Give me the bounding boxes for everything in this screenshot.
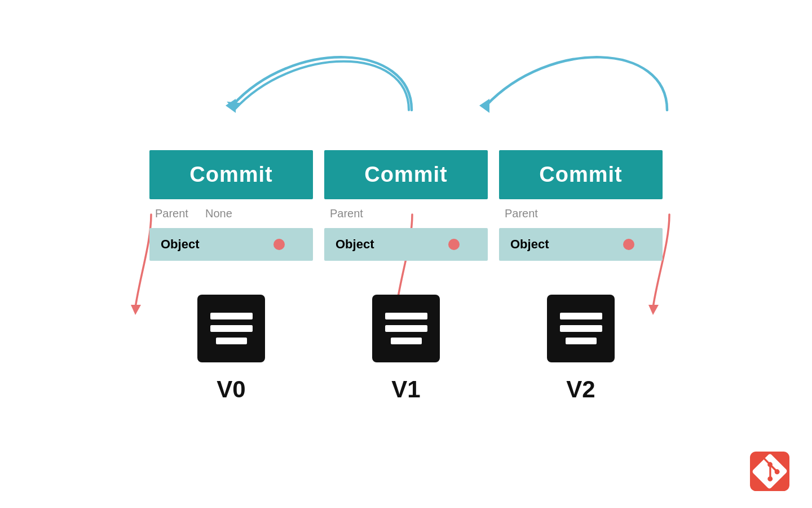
commit-column-v0: Commit Parent None Object V0 [144,150,319,403]
parent-key-v0: Parent [155,207,188,220]
commit-column-v1: Commit Parent Object V1 [319,150,493,403]
file-line-3-v1 [391,338,422,344]
file-icon-v1 [372,295,440,362]
version-label-v1: V1 [391,376,420,403]
file-line-1-v0 [210,313,253,319]
file-line-3-v2 [566,338,597,344]
commit-box-v2: Commit [499,150,663,199]
parent-row-v1: Parent [330,207,363,220]
object-label-v1: Object [336,237,374,252]
parent-value-v0: None [205,207,232,220]
file-line-2-v1 [385,325,427,332]
commit-column-v2: Commit Parent Object V2 [493,150,668,403]
commit-label-v1: Commit [364,163,447,186]
version-label-v0: V0 [217,376,245,403]
main-container: Commit Parent None Object V0 Commit [0,0,812,508]
file-line-2-v2 [560,325,602,332]
object-box-v0: Object [149,228,313,261]
parent-key-v2: Parent [505,207,538,220]
commit-label-v2: Commit [539,163,622,186]
object-label-v2: Object [510,237,549,252]
parent-row-v2: Parent [505,207,538,220]
version-label-v2: V2 [566,376,595,403]
file-line-2-v0 [210,325,253,332]
svg-marker-3 [131,305,141,315]
object-dot-v0 [273,239,285,250]
file-line-3-v0 [216,338,247,344]
file-line-1-v2 [560,313,602,319]
parent-key-v1: Parent [330,207,363,220]
object-dot-v1 [448,239,460,250]
object-label-v0: Object [161,237,199,252]
parent-row-v0: Parent None [155,207,232,220]
commit-box-v0: Commit [149,150,313,199]
object-box-v2: Object [499,228,663,261]
file-icon-v2 [547,295,615,362]
file-icon-v0 [197,295,265,362]
object-box-v1: Object [324,228,488,261]
diagram-area: Commit Parent None Object V0 Commit [144,105,668,403]
commit-label-v0: Commit [189,163,272,186]
object-dot-v2 [623,239,634,250]
commit-box-v1: Commit [324,150,488,199]
file-line-1-v1 [385,313,427,319]
git-logo [750,452,789,491]
